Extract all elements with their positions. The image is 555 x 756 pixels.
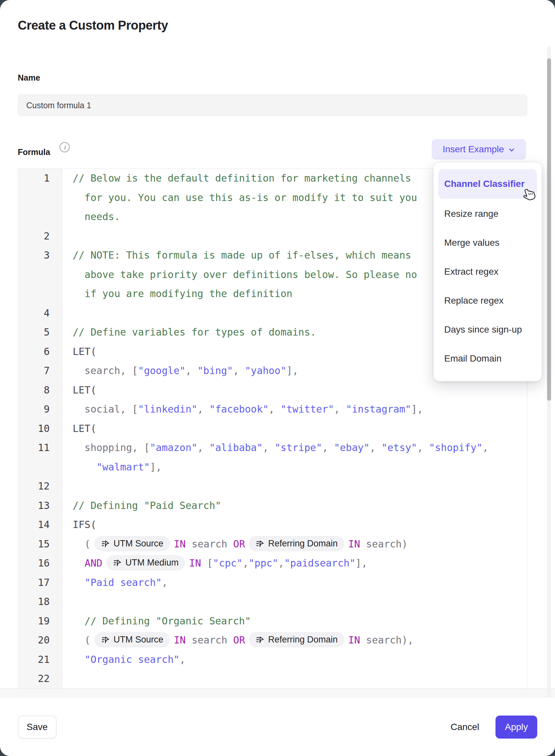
code-token: "bing" [197,365,233,376]
code-token: IN [348,634,360,646]
menu-item-replace-regex[interactable]: Replace regex [438,286,537,315]
code-token: IFS( [73,519,96,530]
code-token [73,557,85,569]
scrollbar-thumb[interactable] [547,58,551,401]
apply-button[interactable]: Apply [496,716,537,739]
code-token: "linkedin" [138,403,198,415]
code-token: "alibaba" [209,442,263,453]
field-chip[interactable]: UTM Medium [106,555,185,570]
code-token: LET( [73,346,96,357]
code-token: IN [174,634,186,646]
code-token: , [263,442,274,453]
line-number [18,207,62,227]
name-label: Name [18,73,40,83]
line-number: 19 [18,611,62,631]
field-chip-label: UTM Medium [125,553,178,572]
code-content: (UTM SourceIN search ORReferring DomainI… [62,631,527,650]
code-line: 10LET( [18,419,527,439]
menu-item-resize-range[interactable]: Resize range [438,199,537,228]
line-number [18,265,62,285]
line-number: 11 [18,438,62,457]
line-number [18,457,62,477]
code-content: LET( [62,419,527,439]
field-chip[interactable]: UTM Source [94,536,170,551]
menu-item-merge-values[interactable]: Merge values [438,228,537,257]
formula-label: Formula [18,147,50,157]
line-number: 14 [18,515,62,534]
code-token: "facebook" [209,403,269,415]
code-token: ( [73,538,90,550]
code-token: needs. [73,211,120,223]
line-number: 7 [18,361,62,381]
line-number: 8 [18,381,62,400]
code-token [73,654,85,665]
code-token: search), [360,634,414,646]
line-number: 5 [18,323,62,342]
code-content: ANDUTM MediumIN ["cpc","ppc","paidsearch… [62,554,527,573]
code-line: 19 // Defining "Organic Search" [18,611,527,631]
code-token: [ [201,557,213,569]
code-token: "Paid search" [85,577,162,588]
code-token: "shopify" [429,442,483,453]
code-token: , [185,365,197,376]
code-line: 8LET( [18,381,527,400]
code-token: , [417,442,429,453]
name-input[interactable] [18,94,527,116]
field-chip-label: UTM Source [114,534,163,553]
line-number: 16 [18,554,62,573]
field-token-icon [255,539,264,548]
menu-item-email-domain[interactable]: Email Domain [438,344,537,373]
code-token: "walmart" [96,461,150,473]
line-number: 21 [18,650,62,670]
code-token: "yahoo" [245,365,286,376]
code-content: LET( [62,381,527,400]
code-token: , [179,654,185,665]
code-token: ], [286,365,298,376]
code-token [73,577,85,588]
code-token: ( [73,634,90,646]
create-custom-property-modal: Create a Custom Property Name Formula i … [0,0,555,756]
code-token: , [233,365,245,376]
line-number: 3 [18,246,62,265]
code-token: // Defining "Paid Search" [73,500,221,511]
footer-divider-strip [0,688,555,698]
cancel-button[interactable]: Cancel [442,716,488,739]
code-token: // Define variables for types of domains… [73,326,316,338]
field-chip[interactable]: UTM Source [94,632,170,647]
line-number: 22 [18,669,62,688]
menu-item-days-since-sign-up[interactable]: Days since sign-up [438,315,537,344]
code-token: "instagram" [346,403,411,415]
chevron-down-icon [508,147,515,154]
code-token: if you are modifying the definition [73,288,292,300]
menu-item-extract-regex[interactable]: Extract regex [438,257,537,286]
code-token: ], [150,461,162,473]
code-token: , [197,442,209,453]
code-line: 15 (UTM SourceIN search ORReferring Doma… [18,534,527,554]
code-token: above take priority over definitions bel… [73,269,417,280]
line-number: 18 [18,592,62,611]
field-chip[interactable]: Referring Domain [249,536,344,551]
code-token: social, [ [73,403,138,415]
code-token: "ebay" [334,442,370,453]
modal-title: Create a Custom Property [18,18,168,33]
field-chip-label: Referring Domain [268,534,338,553]
code-line: 21 "Organic search", [18,650,527,670]
field-chip[interactable]: Referring Domain [249,632,344,647]
line-number: 10 [18,419,62,439]
field-chip-label: UTM Source [114,630,163,649]
code-token: , [370,442,381,453]
code-token: LET( [73,384,96,396]
code-content: social, ["linkedin", "facebook", "twitte… [62,400,527,419]
insert-example-button[interactable]: Insert Example [432,139,526,160]
save-button[interactable]: Save [18,716,56,739]
code-token: LET( [73,423,96,434]
code-token: "stripe" [274,442,322,453]
code-line: 20 (UTM SourceIN search ORReferring Doma… [18,631,527,650]
insert-example-label: Insert Example [442,144,504,155]
code-line: 22 [18,669,527,688]
code-content: // Defining "Organic Search" [62,611,527,631]
field-token-icon [101,539,110,548]
code-token: shopping, [ [73,442,150,453]
code-token: "cpc" [213,557,243,569]
code-token: "paidsearch" [284,557,355,569]
